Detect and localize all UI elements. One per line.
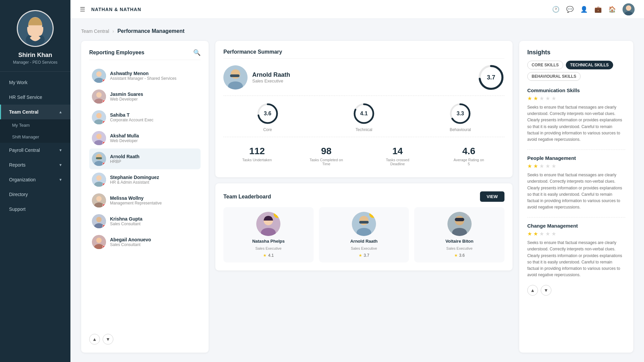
stat-tasks-undertaken: 112 Tasks Undertaken xyxy=(242,146,272,166)
performance-person-info: Arnold Raath Sales Executive xyxy=(252,71,290,83)
home-icon[interactable]: 🏠 xyxy=(608,6,616,13)
svg-rect-52 xyxy=(359,221,369,224)
lb-score: 4.1 xyxy=(268,253,274,258)
employee-role: Web Developer xyxy=(110,138,198,143)
briefcase-icon[interactable]: 💼 xyxy=(594,6,602,13)
lb-stars: ★ 4.1 xyxy=(263,253,274,258)
sidebar-item-reports[interactable]: Reports ▼ xyxy=(0,158,70,172)
employee-role: Management Representative xyxy=(110,201,198,205)
employee-role: Corporate Account Exec xyxy=(110,118,198,122)
sidebar-item-my-team[interactable]: My Team xyxy=(0,119,70,131)
insights-scroll-up-button[interactable]: ▲ xyxy=(527,285,538,296)
employee-item-arnold[interactable]: Arnold Raath HRBP xyxy=(89,148,201,169)
overall-score-circle: 3.7 xyxy=(478,64,504,91)
sidebar-item-my-work[interactable]: My Work xyxy=(0,75,70,90)
org-chart-icon[interactable]: 👤 xyxy=(580,6,588,13)
employees-title: Reporting Employees xyxy=(89,50,144,56)
leaderboard-view-button[interactable]: VIEW xyxy=(480,191,504,202)
insights-scroll-down-button[interactable]: ▼ xyxy=(541,285,551,296)
status-dot xyxy=(102,121,106,124)
topbar-avatar[interactable] xyxy=(623,3,635,15)
insight-text-comm: Seeks to ensure that factual messages ar… xyxy=(527,104,625,143)
scroll-down-button[interactable]: ▼ xyxy=(103,334,113,345)
employee-avatar xyxy=(92,214,106,228)
sidebar-item-payroll-central[interactable]: Payroll Central ▼ xyxy=(0,143,70,158)
employee-item-melissa[interactable]: Melissa Wollny Management Representative xyxy=(89,190,201,211)
employee-search-button[interactable]: 🔍 xyxy=(193,49,201,56)
lb-avatar-voltaire: 🥈 xyxy=(447,212,472,236)
employee-role: Web Developer xyxy=(110,97,198,102)
stat-label-deadline: Tasks crossed Deadline xyxy=(381,158,414,166)
menu-icon[interactable]: ☰ xyxy=(80,6,85,13)
lb-entry-natasha: 🥇 Natasha Phelps Sales Executive ★ 4.1 xyxy=(223,207,314,262)
svg-point-13 xyxy=(96,113,102,118)
sidebar-item-shift-manager[interactable]: Shift Manager xyxy=(0,131,70,143)
employee-avatar xyxy=(92,110,106,124)
three-col-layout: Reporting Employees 🔍 xyxy=(81,41,633,353)
clock-icon[interactable]: 🕐 xyxy=(552,6,559,13)
employee-role: HR & Admin Assistant xyxy=(110,180,198,185)
status-dot xyxy=(102,245,106,249)
scores-row: 3.6 Core 4.1 xyxy=(223,102,504,137)
lb-role: Sales Executive xyxy=(446,246,473,250)
insights-tab-core[interactable]: CORE SKILLS xyxy=(527,61,563,69)
employee-item-jasmin[interactable]: Jasmin Suares Web Developer xyxy=(89,86,201,107)
employee-item-krishna[interactable]: Krishna Gupta Sales Consultant xyxy=(89,211,201,232)
insight-divider xyxy=(527,217,625,218)
main-content: ☰ NATHAN & NATHAN 🕐 💬 👤 💼 🏠 Team Central… xyxy=(70,0,644,362)
stat-label-tasks: Tasks Undertaken xyxy=(242,158,272,162)
svg-rect-21 xyxy=(96,157,102,159)
user-avatar xyxy=(17,10,54,47)
employee-item-sahiba[interactable]: Sahiba T Corporate Account Exec xyxy=(89,107,201,128)
sidebar: Shirin Khan Manager - PEO Services My Wo… xyxy=(0,0,70,362)
chevron-down-icon: ▼ xyxy=(59,163,62,167)
insight-stars-change: ★ ★ ★ ★ ★ xyxy=(527,231,625,237)
employees-card: Reporting Employees 🔍 xyxy=(81,41,209,353)
employee-item-akshaf[interactable]: Akshaf Mulla Web Developer xyxy=(89,128,201,148)
employee-name: Arnold Raath xyxy=(110,154,198,159)
employee-avatar xyxy=(92,152,106,166)
sidebar-item-support[interactable]: Support xyxy=(0,202,70,217)
core-label: Core xyxy=(263,127,272,132)
stat-num-ontime: 98 xyxy=(321,146,331,157)
insight-divider xyxy=(527,149,625,150)
status-dot xyxy=(102,100,106,103)
chevron-down-icon: ▼ xyxy=(59,148,62,152)
sidebar-item-directory[interactable]: Directory xyxy=(0,187,70,202)
employees-card-header: Reporting Employees 🔍 xyxy=(89,49,201,60)
lb-entry-voltaire: 🥈 Voltaire Biton Sales Executive ★ 3.6 xyxy=(414,207,504,262)
insights-tab-behavioural[interactable]: BEHAVIOURAL SKILLS xyxy=(527,72,581,81)
team-central-subnav: My Team Shift Manager xyxy=(0,119,70,143)
page-content: Team Central › Performance Management Re… xyxy=(70,19,644,362)
status-dot xyxy=(102,183,106,186)
insight-heading-change: Change Management xyxy=(527,223,625,229)
employee-item-ashwathy[interactable]: Ashwathy Menon Assistant Manager - Share… xyxy=(89,65,201,86)
insight-change: Change Management ★ ★ ★ ★ ★ Seeks to ens… xyxy=(527,223,625,278)
stat-tasks-on-time: 98 Tasks Completed on Time xyxy=(310,146,343,166)
sidebar-item-team-central[interactable]: Team Central ▲ xyxy=(0,105,70,119)
performance-summary-card: Performance Summary xyxy=(215,41,513,177)
employee-item-abegail[interactable]: Abegail Anonuevo Sales Consultant xyxy=(89,232,201,252)
employee-name: Krishna Gupta xyxy=(110,216,198,222)
insights-tab-technical[interactable]: TECHNICAL SKILLS xyxy=(566,61,613,69)
employee-info: Ashwathy Menon Assistant Manager - Share… xyxy=(110,71,198,81)
sidebar-item-hr-self-service[interactable]: HR Self Service xyxy=(0,90,70,105)
insight-heading-people: People Management xyxy=(527,155,625,161)
svg-rect-56 xyxy=(455,218,464,221)
employee-info: Stephanie Dominguez HR & Admin Assistant xyxy=(110,175,198,185)
employee-item-stephanie[interactable]: Stephanie Dominguez HR & Admin Assistant xyxy=(89,169,201,190)
stat-num-rating: 4.6 xyxy=(462,146,475,157)
employee-avatar xyxy=(92,131,106,145)
lb-medal-gold2: 🥇 xyxy=(369,212,376,218)
leaderboard-entries: 🥇 Natasha Phelps Sales Executive ★ 4.1 xyxy=(223,207,504,262)
svg-point-23 xyxy=(96,175,102,181)
topbar-icons: 🕐 💬 👤 💼 🏠 xyxy=(552,3,635,15)
chat-icon[interactable]: 💬 xyxy=(566,6,574,13)
sidebar-item-organization[interactable]: Organization ▼ xyxy=(0,172,70,187)
performance-person-row: Arnold Raath Sales Executive 3.7 xyxy=(223,64,504,96)
scroll-up-button[interactable]: ▲ xyxy=(89,334,100,345)
insights-card: Insights CORE SKILLS TECHNICAL SKILLS BE… xyxy=(519,41,633,353)
insights-title: Insights xyxy=(527,49,625,56)
breadcrumb-parent[interactable]: Team Central xyxy=(81,28,109,34)
svg-point-10 xyxy=(96,92,102,98)
